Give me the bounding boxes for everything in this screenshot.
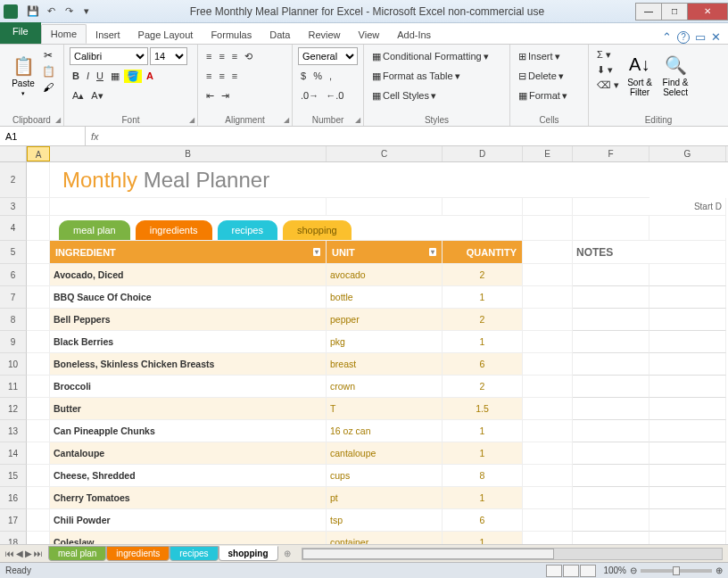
col-header-c[interactable]: C — [327, 146, 443, 161]
cell[interactable]: tsp — [327, 509, 443, 532]
cell[interactable]: QUANTITY — [443, 241, 523, 264]
cell[interactable] — [27, 442, 50, 465]
align-bottom-button[interactable]: ≡ — [229, 50, 240, 62]
cell[interactable]: Can Pineapple Chunks — [50, 420, 327, 442]
cell[interactable]: 1.5 — [443, 398, 523, 420]
number-format-select[interactable]: General — [298, 47, 358, 65]
cell[interactable] — [523, 331, 573, 353]
cell[interactable] — [649, 376, 726, 398]
cell[interactable] — [523, 309, 573, 331]
comma-button[interactable]: , — [327, 70, 335, 82]
help-icon[interactable]: ? — [677, 31, 690, 44]
save-button[interactable]: 💾 — [25, 4, 41, 20]
sheet-nav-first[interactable]: ⏮ — [5, 549, 14, 558]
scrollbar-thumb[interactable] — [302, 549, 554, 559]
insert-cells-button[interactable]: ⊞ Insert ▾ — [516, 50, 563, 63]
cell[interactable] — [50, 198, 327, 216]
align-left-button[interactable]: ≡ — [203, 70, 214, 82]
cell[interactable] — [27, 420, 50, 442]
cell[interactable] — [27, 509, 50, 532]
planner-tab-meal-plan[interactable]: meal plan — [59, 220, 130, 240]
redo-button[interactable]: ↷ — [61, 4, 77, 20]
cell[interactable] — [523, 353, 573, 376]
cell[interactable] — [27, 198, 50, 216]
row-header[interactable]: 9 — [0, 331, 27, 353]
zoom-level[interactable]: 100% — [603, 566, 626, 575]
cell[interactable] — [27, 216, 50, 241]
sheet-tab-ingredients[interactable]: ingredients — [106, 546, 170, 561]
view-normal-button[interactable] — [546, 565, 562, 577]
cell[interactable]: Boneless, Skinless Chicken Breasts — [50, 353, 327, 376]
sheet-tab-shopping[interactable]: shopping — [219, 546, 278, 561]
qat-customize-dropdown[interactable]: ▾ — [79, 4, 95, 20]
cell[interactable] — [523, 198, 573, 216]
sheet-nav-last[interactable]: ⏭ — [34, 549, 43, 558]
cell[interactable] — [649, 487, 726, 509]
cell[interactable] — [523, 241, 573, 264]
cell[interactable] — [27, 286, 50, 309]
cut-button[interactable]: ✂ — [41, 48, 55, 62]
cell[interactable] — [649, 398, 726, 420]
row-header[interactable]: 8 — [0, 309, 27, 331]
file-tab[interactable]: File — [0, 22, 41, 44]
row-header[interactable]: 2 — [0, 162, 27, 198]
row-header[interactable]: 17 — [0, 509, 27, 532]
fill-button[interactable]: ⬇ ▾ — [594, 63, 622, 77]
cell[interactable]: T — [327, 398, 443, 420]
cell[interactable] — [27, 487, 50, 509]
row-header[interactable]: 11 — [0, 376, 27, 398]
filter-dropdown-icon[interactable]: ▾ — [429, 248, 436, 256]
cell[interactable] — [523, 487, 573, 509]
cell[interactable]: 1 — [443, 331, 523, 353]
cell[interactable] — [27, 241, 50, 264]
cell[interactable]: pkg — [327, 331, 443, 353]
cell[interactable]: bottle — [327, 286, 443, 309]
tab-formulas[interactable]: Formulas — [202, 26, 261, 44]
view-page-layout-button[interactable] — [563, 565, 579, 577]
cell[interactable] — [649, 331, 726, 353]
row-header[interactable]: 12 — [0, 398, 27, 420]
cell[interactable]: 2 — [443, 376, 523, 398]
cell-styles-button[interactable]: ▦ Cell Styles ▾ — [369, 89, 439, 103]
paste-button[interactable]: 📋 Paste ▾ — [5, 46, 41, 105]
format-painter-button[interactable]: 🖌 — [41, 80, 55, 95]
name-box[interactable]: A1 — [0, 127, 86, 145]
row-header[interactable]: 13 — [0, 420, 27, 442]
underline-button[interactable]: U — [94, 70, 106, 82]
tab-page-layout[interactable]: Page Layout — [129, 26, 203, 44]
increase-indent-button[interactable]: ⇥ — [219, 89, 232, 103]
alignment-dialog-launcher[interactable]: ◢ — [284, 116, 289, 124]
cell[interactable] — [573, 532, 649, 544]
cell[interactable] — [649, 442, 726, 465]
col-header-d[interactable]: D — [443, 146, 523, 161]
tab-addins[interactable]: Add-Ins — [388, 26, 440, 44]
autosum-button[interactable]: Σ ▾ — [594, 48, 622, 62]
zoom-in-button[interactable]: ⊕ — [716, 566, 723, 575]
row-header[interactable]: 7 — [0, 286, 27, 309]
col-header-a[interactable]: A — [27, 146, 50, 161]
cell[interactable] — [573, 353, 649, 376]
row-header[interactable]: 5 — [0, 241, 27, 264]
italic-button[interactable]: I — [84, 70, 92, 82]
cell[interactable] — [649, 532, 726, 544]
cell[interactable] — [523, 216, 573, 241]
cell[interactable] — [523, 398, 573, 420]
currency-button[interactable]: $ — [298, 70, 309, 82]
cell[interactable]: 16 oz can — [327, 420, 443, 442]
col-header-e[interactable]: E — [523, 146, 573, 161]
cell[interactable]: INGREDIENT▾ — [50, 241, 327, 264]
cell[interactable] — [523, 465, 573, 487]
decrease-font-button[interactable]: A▾ — [88, 89, 105, 103]
cell[interactable] — [443, 198, 523, 216]
find-select-button[interactable]: 🔍 Find & Select — [658, 46, 693, 105]
cell[interactable] — [523, 442, 573, 465]
decrease-indent-button[interactable]: ⇤ — [203, 89, 217, 103]
planner-tab-shopping[interactable]: shopping — [283, 220, 352, 240]
fx-icon[interactable]: fx — [91, 131, 99, 142]
increase-font-button[interactable]: A▴ — [70, 89, 87, 103]
col-header-g[interactable]: G — [649, 146, 726, 161]
cell[interactable]: Chili Powder — [50, 509, 327, 532]
font-size-select[interactable]: 14 — [150, 47, 187, 65]
cell[interactable] — [573, 398, 649, 420]
cell[interactable] — [27, 162, 50, 198]
